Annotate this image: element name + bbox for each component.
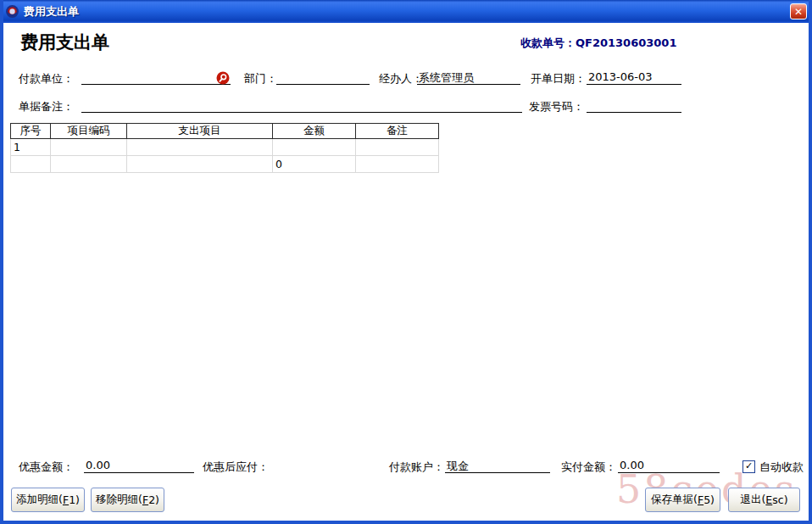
add-detail-label-post: 1) <box>69 493 80 506</box>
payer-input[interactable] <box>81 70 231 85</box>
cell-amount[interactable] <box>273 139 356 156</box>
remark-label: 单据备注： <box>19 99 74 114</box>
cell-seq[interactable]: 1 <box>11 139 51 156</box>
auto-receipt-label: 自动收款 <box>759 460 804 475</box>
cell-item[interactable] <box>127 139 273 156</box>
remove-detail-label-post: 2) <box>148 493 159 506</box>
auto-receipt-checkbox[interactable]: ✓ <box>742 460 755 473</box>
col-header-remark: 备注 <box>356 124 439 139</box>
lookup-icon[interactable] <box>216 71 230 85</box>
paid-input[interactable]: 0.00 <box>618 459 720 473</box>
date-label: 开单日期： <box>531 71 586 86</box>
save-button[interactable]: 保存单据(F5) <box>645 488 720 512</box>
add-detail-label: 添加明细( <box>16 493 63 507</box>
close-icon[interactable]: ✕ <box>790 3 807 20</box>
invoice-label: 发票号码： <box>529 99 584 114</box>
exit-label: 退出( <box>740 493 765 507</box>
exit-label-post: sc) <box>772 493 787 506</box>
col-header-code: 项目编码 <box>51 124 127 139</box>
cell-remark[interactable] <box>356 156 439 173</box>
cell-amount[interactable]: 0 <box>273 156 356 173</box>
col-header-amount: 金额 <box>273 124 356 139</box>
remove-detail-hotkey: F <box>142 493 148 506</box>
cell-code[interactable] <box>51 156 127 173</box>
title-bar: 费用支出单 ✕ <box>0 0 812 23</box>
cell-code[interactable] <box>51 139 127 156</box>
detail-grid: 序号 项目编码 支出项目 金额 备注 1 0 <box>10 123 439 173</box>
add-detail-button[interactable]: 添加明细(F1) <box>11 488 85 512</box>
account-label: 付款账户： <box>389 460 444 475</box>
remark-input[interactable] <box>81 98 522 113</box>
account-input[interactable]: 现金 <box>445 459 550 473</box>
cell-seq[interactable] <box>11 156 51 173</box>
paid-label: 实付金额： <box>561 460 616 475</box>
save-label: 保存单据( <box>651 493 698 507</box>
dept-label: 部门： <box>244 71 277 86</box>
remove-detail-button[interactable]: 移除明细(F2) <box>91 488 164 512</box>
expense-form-window: 费用支出单 ✕ 费用支出单 收款单号：QF20130603001 付款单位： 部… <box>0 0 812 524</box>
dept-input[interactable] <box>276 70 370 85</box>
discount-input[interactable]: 0.00 <box>84 459 194 473</box>
payer-label: 付款单位： <box>19 71 74 86</box>
exit-hotkey: E <box>765 493 772 506</box>
receipt-number-value: QF20130603001 <box>576 36 676 49</box>
operator-input[interactable]: 系统管理员 <box>417 70 520 85</box>
remove-detail-label: 移除明细( <box>96 493 142 507</box>
invoice-input[interactable] <box>587 98 681 113</box>
page-title: 费用支出单 <box>20 31 109 54</box>
cell-remark[interactable] <box>356 139 439 156</box>
date-input[interactable]: 2013-06-03 <box>587 70 681 85</box>
receipt-number-label: 收款单号： <box>520 36 576 49</box>
receipt-number: 收款单号：QF20130603001 <box>520 36 676 51</box>
exit-button[interactable]: 退出(Esc) <box>728 488 800 512</box>
discount-label: 优惠金额： <box>19 460 74 475</box>
app-icon <box>5 4 19 19</box>
table-row: 1 <box>11 139 439 156</box>
cell-item[interactable] <box>127 156 273 173</box>
save-hotkey: F <box>698 493 704 506</box>
grid-header-row: 序号 项目编码 支出项目 金额 备注 <box>11 124 439 139</box>
col-header-seq: 序号 <box>11 124 51 139</box>
add-detail-hotkey: F <box>63 493 69 506</box>
table-row: 0 <box>11 156 439 173</box>
save-label-post: 5) <box>704 493 715 506</box>
window-title: 费用支出单 <box>24 4 79 20</box>
col-header-item: 支出项目 <box>127 124 273 139</box>
after-discount-label: 优惠后应付： <box>203 460 269 475</box>
